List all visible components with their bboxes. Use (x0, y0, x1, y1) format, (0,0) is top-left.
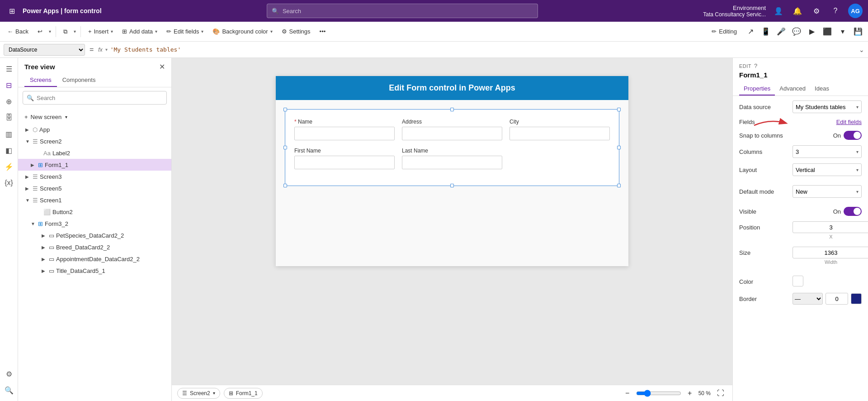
tablet-chevron[interactable]: ▾ (836, 25, 849, 38)
tree-item-form1-1[interactable]: ▶ ⊞ Form1_1 (18, 159, 171, 171)
border-width-input[interactable] (826, 293, 848, 305)
new-screen-button[interactable]: + New screen ▾ (18, 110, 171, 124)
field-name-input[interactable] (294, 127, 395, 140)
tree-item-app[interactable]: ▶ ⬡ App (18, 124, 171, 135)
canvas-form[interactable]: * Name Address City First Name (285, 109, 619, 186)
search-left-icon[interactable]: 🔍 (2, 383, 16, 397)
tree-item-appointment[interactable]: ▶ ▭ AppointmentDate_DataCard2_2 (18, 253, 171, 265)
environment-icon[interactable]: 👤 (772, 5, 785, 17)
prop-columns-value[interactable]: 3 ▾ (793, 145, 862, 158)
zoom-minus-button[interactable]: − (623, 388, 632, 398)
snap-toggle[interactable] (844, 131, 862, 140)
tree-item-label2[interactable]: Aa Label2 (18, 147, 171, 159)
field-lastname-input[interactable] (402, 156, 502, 169)
border-style-select[interactable]: — - - ··· (793, 293, 823, 305)
datasource-select[interactable]: DataSource (4, 44, 85, 56)
copy-button[interactable]: ⧉ (60, 24, 71, 39)
edit-fields-link[interactable]: Edit fields (836, 119, 862, 125)
visible-toggle[interactable] (844, 207, 862, 216)
tree-close-button[interactable]: ✕ (159, 62, 165, 71)
formula-expand-icon[interactable]: ⌄ (859, 46, 864, 53)
field-firstname-input[interactable] (294, 156, 395, 169)
layout-dropdown[interactable]: Vertical ▾ (793, 163, 862, 176)
tree-item-screen1[interactable]: ▼ ☰ Screen1 (18, 194, 171, 206)
tree-item-button2[interactable]: ⬜ Button2 (18, 206, 171, 218)
tree-item-screen3[interactable]: ▶ ☰ Screen3 (18, 171, 171, 182)
help-icon[interactable]: ? (829, 5, 842, 17)
tablet-button[interactable]: ⬛ (821, 25, 834, 38)
prop-defaultmode-value[interactable]: New ▾ (793, 185, 862, 198)
screen-pill[interactable]: ☰ Screen2 ▾ (177, 388, 220, 399)
size-width-input[interactable] (793, 247, 868, 258)
defaultmode-dropdown[interactable]: New ▾ (793, 185, 862, 198)
handle-bot-left[interactable] (283, 184, 287, 187)
tab-advanced[interactable]: Advanced (775, 82, 810, 95)
hamburger-icon[interactable]: ☰ (2, 62, 16, 76)
undo-chevron[interactable]: ▾ (48, 24, 52, 39)
color-swatch[interactable] (793, 276, 803, 286)
handle-mid-left[interactable] (283, 146, 287, 149)
handle-bot-right[interactable] (617, 184, 621, 187)
share-button[interactable]: ↗ (744, 25, 757, 38)
handle-bot-mid[interactable] (450, 184, 454, 187)
formula-input[interactable] (110, 46, 856, 53)
insert-left-icon[interactable]: ⊕ (2, 94, 16, 109)
tab-screens[interactable]: Screens (24, 74, 57, 87)
global-search-input[interactable] (283, 8, 533, 14)
tree-search-bar[interactable]: 🔍 (23, 91, 167, 105)
handle-top-left[interactable] (283, 108, 287, 111)
connections-icon[interactable]: {x} (2, 176, 16, 190)
tree-item-form3-2[interactable]: ▼ ⊞ Form3_2 (18, 218, 171, 229)
zoom-slider[interactable] (636, 390, 681, 397)
tab-components[interactable]: Components (57, 74, 101, 87)
prop-datasource-value[interactable]: My Students tables ▾ (793, 100, 862, 113)
border-color-swatch[interactable] (851, 293, 862, 304)
comment-button[interactable]: 💬 (790, 25, 803, 38)
field-address-input[interactable] (402, 127, 502, 140)
tab-properties-btn[interactable]: Properties (739, 82, 775, 95)
power-automate-icon[interactable]: ⚡ (2, 159, 16, 174)
zoom-plus-button[interactable]: + (685, 388, 695, 398)
right-help-icon[interactable]: ? (754, 62, 757, 69)
more-button[interactable]: ••• (316, 24, 330, 39)
add-data-button[interactable]: ⊞ Add data ▾ (118, 24, 161, 39)
handle-top-mid[interactable] (450, 108, 454, 111)
editing-button[interactable]: ✏ Editing (707, 24, 741, 39)
tree-item-screen5[interactable]: ▶ ☰ Screen5 (18, 182, 171, 194)
bg-color-button[interactable]: 🎨 Background color ▾ (209, 24, 276, 39)
avatar[interactable]: AG (848, 4, 863, 18)
save-button[interactable]: 💾 (852, 25, 864, 38)
global-search-bar[interactable]: 🔍 (267, 4, 538, 18)
edit-fields-button[interactable]: ✏ Edit fields ▾ (163, 24, 207, 39)
play-button[interactable]: ▶ (806, 25, 818, 38)
settings-button[interactable]: ⚙ Settings (278, 24, 314, 39)
insert-button[interactable]: + Insert ▾ (85, 24, 117, 39)
form-pill[interactable]: ⊞ Form1_1 (224, 388, 263, 399)
mic-button[interactable]: 🎤 (775, 25, 788, 38)
undo-button[interactable]: ↩ (34, 24, 46, 39)
fullscreen-button[interactable]: ⛶ (714, 387, 727, 400)
phone-button[interactable]: 📱 (760, 25, 772, 38)
datasource-dropdown[interactable]: My Students tables ▾ (793, 100, 862, 113)
copy-chevron[interactable]: ▾ (73, 24, 77, 39)
handle-top-right[interactable] (617, 108, 621, 111)
media-icon[interactable]: ◧ (2, 143, 16, 158)
settings-icon[interactable]: ⚙ (810, 5, 823, 17)
columns-dropdown[interactable]: 3 ▾ (793, 145, 862, 158)
apps-icon[interactable]: ⊞ (5, 5, 18, 17)
fx-chevron[interactable]: ▾ (105, 47, 108, 52)
tree-item-petspecies[interactable]: ▶ ▭ PetSpecies_DataCard2_2 (18, 229, 171, 241)
tree-item-breed[interactable]: ▶ ▭ Breed_DataCard2_2 (18, 241, 171, 253)
left-settings-icon[interactable]: ⚙ (2, 367, 16, 381)
tree-search-input[interactable] (37, 95, 163, 101)
tree-item-title[interactable]: ▶ ▭ Title_DataCard5_1 (18, 265, 171, 277)
tree-item-screen2[interactable]: ▼ ☰ Screen2 (18, 135, 171, 147)
handle-mid-right[interactable] (617, 146, 621, 149)
data-icon[interactable]: 🗄 (2, 110, 16, 125)
tab-ideas[interactable]: Ideas (810, 82, 834, 95)
field-city-input[interactable] (509, 127, 610, 140)
notification-icon[interactable]: 🔔 (791, 5, 804, 17)
prop-layout-value[interactable]: Vertical ▾ (793, 163, 862, 176)
back-button[interactable]: ← Back (4, 24, 32, 39)
variables-icon[interactable]: ▥ (2, 127, 16, 141)
